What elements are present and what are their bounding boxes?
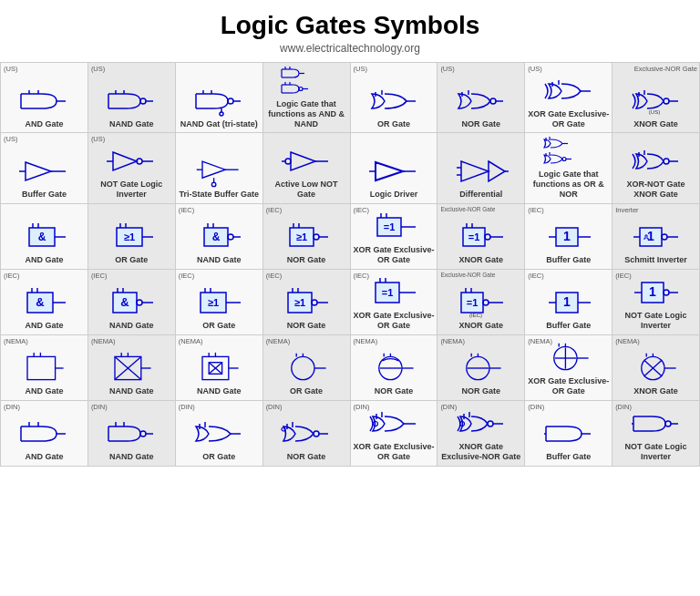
iec-buffer-label: Buffer Gate <box>546 255 591 265</box>
dual-or-nor-label: Logic Gate that functions as OR & NOR <box>527 170 610 199</box>
differential-label: Differential <box>459 190 502 200</box>
cell-iec-buffer: (IEC) 1 Buffer Gate <box>525 204 612 270</box>
cell-or-us: (US) OR Gate <box>351 63 438 133</box>
cell-dual-or-nor: Logic Gate that functions as OR & NOR <box>525 133 612 203</box>
din-xnor-label: XNOR Gate Exclusive-NOR Gate <box>439 442 522 462</box>
din-nor-label: NOR Gate <box>287 452 326 462</box>
svg-point-146 <box>312 300 317 305</box>
svg-text:=1: =1 <box>468 231 480 242</box>
svg-point-82 <box>664 159 669 164</box>
svg-point-252 <box>665 421 671 426</box>
iec-xor-symbol: =1 <box>366 211 421 243</box>
din-not-label: NOT Gate Logic Inverter <box>614 442 697 462</box>
schmitt-label: Schmitt Inverter <box>624 255 687 265</box>
cell-nor-us: (US) NOR Gate <box>438 63 525 133</box>
cell-iec-xnor: Exclusive-NOR Gate =1 XNOR Gate <box>438 204 525 270</box>
nema-xor-symbol <box>541 342 596 375</box>
svg-marker-71 <box>489 161 505 181</box>
nema-or-symbol <box>279 352 334 385</box>
svg-point-10 <box>140 98 146 104</box>
nor-gate-symbol <box>454 85 509 118</box>
svg-marker-64 <box>291 152 315 170</box>
cell-nema-or: (NEMA) OR Gate <box>263 335 351 401</box>
svg-point-239 <box>488 421 493 426</box>
iec-nor-label: NOR Gate <box>287 255 326 265</box>
cell-nand-us: (US) NAND Gate <box>88 63 176 133</box>
cell-din-xor: (DIN) XOR Gate Exclusive-OR Gate <box>351 401 438 467</box>
cell-iec2-not: (IEC) 1 NOT Gate Logic Inverter <box>612 270 700 335</box>
cell-nema-nor: (NEMA) NOR Gate <box>351 335 438 401</box>
nor-gate-label: NOR Gate <box>462 119 501 129</box>
iec2-not-symbol: 1 <box>629 276 684 309</box>
iec2-nor-label: NOR Gate <box>287 321 326 331</box>
iec-or-label: OR Gate <box>115 255 148 265</box>
svg-text:&: & <box>36 295 45 309</box>
svg-point-22 <box>220 112 223 116</box>
cell-nema-nand: (NEMA) NAND Gate <box>88 335 176 401</box>
nand-gate-symbol <box>104 85 159 118</box>
din-not-symbol <box>629 407 684 440</box>
cell-iec-xor: (IEC) =1 XOR Gate Exclusive-OR Gate <box>351 204 438 270</box>
nema-nor-label: NOR Gate <box>375 386 414 396</box>
din-and-label: AND Gate <box>25 452 63 462</box>
iec-or-symbol: ≥1 <box>104 221 159 253</box>
svg-point-168 <box>664 290 669 295</box>
nand-tristate-symbol <box>191 85 246 118</box>
iec-xor-label: XOR Gate Exclusive-OR Gate <box>353 245 436 265</box>
svg-point-39 <box>490 98 496 104</box>
nema-nand2-label: NAND Gate <box>197 386 242 396</box>
xor-gate-symbol <box>541 75 596 108</box>
svg-marker-67 <box>376 162 403 180</box>
cell-nema-nor2: (NEMA) NOR Gate <box>438 335 525 401</box>
nema-nor2-symbol <box>454 352 509 385</box>
dual-or-nor-symbol <box>541 135 596 168</box>
nema-or-label: OR Gate <box>290 386 323 396</box>
iec-and-symbol: & <box>16 221 71 253</box>
iec2-nor-symbol: ≥1 <box>279 286 334 319</box>
cell-din-nand: (DIN) NAND Gate <box>88 401 176 467</box>
cell-nand-tristate: NAND Gat (tri-state) <box>176 63 263 133</box>
svg-point-78 <box>562 158 566 161</box>
xor-not-label: XOR-NOT Gate XNOR Gate <box>614 180 697 200</box>
iec-nor-symbol: ≥1 <box>279 221 334 253</box>
iec2-or-symbol: ≥1 <box>191 286 246 319</box>
iec2-nand-symbol: & <box>104 286 159 319</box>
svg-point-188 <box>292 356 314 379</box>
xnor-gate-label: XNOR Gate <box>633 119 678 129</box>
nand-tristate-label: NAND Gat (tri-state) <box>180 119 258 129</box>
logic-driver-label: Logic Driver <box>370 190 418 200</box>
dual-and-nand-label: Logic Gate that functions as AND & NAND <box>265 99 348 128</box>
iec-and-label: AND Gate <box>25 255 63 265</box>
iec2-not-label: NOT Gate Logic Inverter <box>614 311 697 331</box>
iec2-buffer-symbol: 1 <box>541 286 596 319</box>
not-gate-label: NOT Gate Logic Inverter <box>90 180 173 200</box>
cell-iec-nor: (IEC) ≥1 NOR Gate <box>263 204 351 270</box>
iec-buffer-symbol: 1 <box>541 221 596 253</box>
svg-text:1: 1 <box>563 229 571 243</box>
svg-text:≥1: ≥1 <box>296 231 307 242</box>
svg-point-63 <box>285 159 291 164</box>
nema-nand-symbol <box>104 352 159 385</box>
cell-din-buffer: (DIN) Buffer Gate <box>525 401 612 467</box>
svg-marker-58 <box>202 161 225 178</box>
svg-marker-70 <box>461 161 489 181</box>
schmitt-symbol: 1 <box>629 221 684 253</box>
iec-nand-symbol: & <box>191 221 246 253</box>
page-subtitle: www.electricaltechnology.org <box>0 42 700 55</box>
cell-din-xnor: (DIN) XNOR Gate Exclusive-NOR Gate <box>438 401 525 467</box>
not-gate-symbol <box>104 145 159 178</box>
cell-iec2-nand: (IEC) & NAND Gate <box>88 270 176 335</box>
and-gate-symbol <box>16 85 71 118</box>
iec-nand-label: NAND Gate <box>197 255 242 265</box>
svg-text:≥1: ≥1 <box>294 297 305 308</box>
cell-xor-us: (US) XOR Gate Exclusive-OR Gate <box>525 63 612 133</box>
iec2-xnor-label: XNOR Gate <box>459 321 504 331</box>
svg-point-98 <box>228 234 233 240</box>
nema-nor-symbol <box>366 352 421 385</box>
cell-nema-and: (NEMA) AND Gate <box>1 335 88 401</box>
iec2-xnor-symbol: =1 (IEC) <box>454 286 509 319</box>
svg-text:=1: =1 <box>384 221 396 232</box>
svg-text:1: 1 <box>649 284 656 299</box>
svg-text:1: 1 <box>647 229 654 243</box>
iec2-nand-label: NAND Gate <box>109 321 154 331</box>
